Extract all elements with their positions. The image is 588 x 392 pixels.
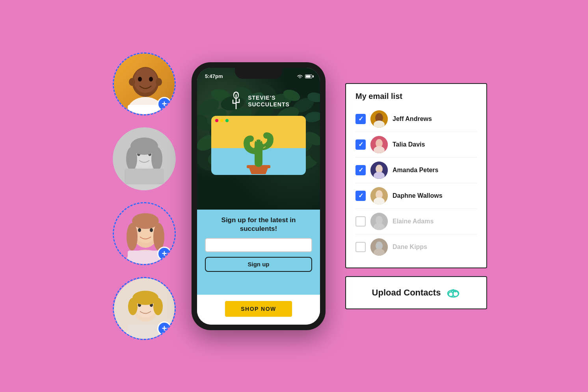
contact-name-talia: Talia Davis bbox=[393, 141, 425, 148]
logo-area: STEVIE'S SUCCULENTS bbox=[227, 91, 290, 111]
cactus-card-image bbox=[211, 116, 306, 175]
contact-checkbox-dane[interactable] bbox=[355, 242, 366, 252]
contact-avatar-talia bbox=[370, 136, 388, 153]
cactus-illustration bbox=[219, 116, 298, 175]
svg-point-23 bbox=[127, 223, 138, 251]
svg-point-4 bbox=[149, 77, 153, 82]
contact-avatar-dane bbox=[370, 238, 388, 256]
phone: 5:47pm bbox=[192, 62, 326, 330]
contact-name-jeff: Jeff Andrews bbox=[393, 115, 432, 123]
contact-row: ✓ Talia Davis bbox=[355, 132, 477, 158]
phone-hero: 5:47pm bbox=[197, 68, 320, 210]
main-layout: + bbox=[0, 0, 588, 392]
checkmark-icon: ✓ bbox=[358, 115, 363, 123]
checkmark-icon: ✓ bbox=[358, 166, 363, 174]
contact-row: ✓ Daphne Wallows bbox=[355, 183, 477, 209]
signup-text: Sign up for the latest in succulents! bbox=[205, 216, 312, 233]
cactus-card bbox=[211, 116, 306, 175]
svg-point-3 bbox=[138, 77, 142, 82]
email-list-title: My email list bbox=[355, 92, 477, 101]
contact-checkbox-talia[interactable]: ✓ bbox=[355, 139, 366, 150]
svg-point-15 bbox=[151, 147, 162, 171]
svg-point-14 bbox=[126, 147, 137, 171]
contact-checkbox-elaine[interactable] bbox=[355, 216, 366, 227]
svg-point-6 bbox=[156, 78, 162, 86]
checkmark-icon: ✓ bbox=[358, 192, 363, 199]
stevies-logo-icon bbox=[227, 91, 245, 111]
phone-notch bbox=[235, 68, 282, 79]
wifi-icon bbox=[297, 74, 303, 79]
svg-point-22 bbox=[132, 213, 159, 229]
svg-point-21 bbox=[150, 228, 153, 232]
svg-point-2 bbox=[134, 68, 157, 93]
contact-name-amanda: Amanda Peters bbox=[393, 167, 439, 174]
contact-avatar-elaine bbox=[370, 213, 388, 230]
dot-red bbox=[215, 119, 218, 122]
svg-point-33 bbox=[153, 298, 163, 315]
contact-row: Dane Kipps bbox=[355, 234, 477, 260]
svg-point-20 bbox=[138, 228, 141, 232]
svg-line-73 bbox=[251, 143, 254, 144]
svg-point-24 bbox=[153, 223, 164, 251]
avatar-bubble-3[interactable]: + bbox=[113, 202, 176, 265]
avatar-bubble-1[interactable]: + bbox=[113, 52, 176, 115]
contact-name-daphne: Daphne Wallows bbox=[393, 192, 443, 199]
status-time: 5:47pm bbox=[205, 73, 223, 79]
contact-avatar-amanda bbox=[370, 162, 388, 179]
svg-point-32 bbox=[128, 298, 138, 315]
shop-now-button[interactable]: SHOP NOW bbox=[225, 301, 292, 317]
svg-rect-16 bbox=[125, 169, 164, 184]
status-icons bbox=[297, 74, 312, 79]
left-panel: + bbox=[101, 52, 176, 340]
right-panel: My email list ✓ Jeff Andrews bbox=[345, 83, 487, 309]
checkmark-icon: ✓ bbox=[358, 141, 363, 148]
signup-button[interactable]: Sign up bbox=[205, 257, 312, 272]
contact-avatar-daphne bbox=[370, 187, 388, 204]
avatar-bubble-4[interactable]: + bbox=[113, 277, 176, 340]
add-contact-4-button[interactable]: + bbox=[157, 321, 171, 336]
email-list-card: My email list ✓ Jeff Andrews bbox=[345, 83, 487, 268]
contact-row: ✓ Jeff Andrews bbox=[355, 106, 477, 132]
contact-avatar-jeff bbox=[370, 110, 388, 128]
add-contact-1-button[interactable]: + bbox=[157, 97, 171, 111]
avatar-bubble-2 bbox=[113, 127, 176, 190]
contact-checkbox-daphne[interactable]: ✓ bbox=[355, 191, 366, 201]
battery-icon bbox=[305, 74, 312, 78]
phone-wrapper: 5:47pm bbox=[192, 62, 326, 330]
contact-name-dane: Dane Kipps bbox=[393, 243, 427, 251]
contact-row: ✓ Amanda Peters bbox=[355, 158, 477, 183]
phone-content: Sign up for the latest in succulents! Si… bbox=[197, 210, 320, 295]
svg-point-54 bbox=[304, 110, 320, 123]
contact-checkbox-amanda[interactable]: ✓ bbox=[355, 165, 366, 175]
phone-screen: 5:47pm bbox=[197, 68, 320, 325]
contact-name-elaine: Elaine Adams bbox=[393, 218, 434, 225]
svg-point-5 bbox=[129, 78, 135, 86]
upload-contacts-button[interactable]: Upload Contacts bbox=[345, 276, 487, 309]
add-contact-3-button[interactable]: + bbox=[157, 247, 171, 261]
logo-text: STEVIE'S SUCCULENTS bbox=[248, 95, 290, 108]
contact-row: Elaine Adams bbox=[355, 209, 477, 234]
upload-contacts-label: Upload Contacts bbox=[372, 288, 441, 298]
contact-checkbox-jeff[interactable]: ✓ bbox=[355, 114, 366, 124]
phone-footer: SHOP NOW bbox=[197, 295, 320, 325]
email-input[interactable] bbox=[205, 238, 312, 252]
upload-cloud-icon bbox=[446, 286, 460, 300]
